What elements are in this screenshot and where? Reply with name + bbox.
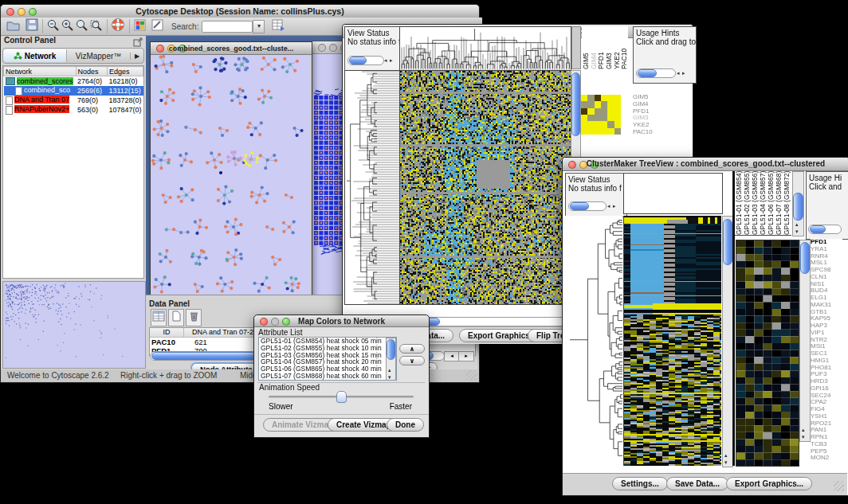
export-graphics-button[interactable]: Export Graphics... (726, 477, 812, 490)
matrix-cell[interactable] (595, 115, 601, 121)
tab-vizmapper[interactable]: VizMapper™ (67, 52, 130, 61)
col-header-nodes[interactable]: Nodes (76, 67, 107, 76)
main-title-bar[interactable]: Cytoscape Desktop (Session Name: collins… (1, 5, 479, 18)
zoom-heatmap-scrollbar[interactable]: ▴▾ (799, 240, 811, 442)
matrix-cell[interactable] (595, 101, 601, 107)
table-row-selected[interactable]: combined_sco 2569(6) 13112(15) (4, 86, 143, 96)
view-status-scrollbar[interactable] (568, 201, 607, 211)
matrix-cell[interactable] (587, 115, 594, 121)
import-table-icon[interactable] (271, 18, 286, 35)
table-row[interactable]: DNA and Tran 07 769(0) 183728(0) (4, 96, 143, 105)
matrix-cell[interactable] (607, 121, 614, 127)
search-dropdown-icon[interactable]: ▾ (253, 20, 265, 33)
matrix-cell[interactable] (601, 115, 607, 121)
new-attribute-icon[interactable] (168, 309, 184, 326)
attribute-list-item[interactable]: GPL51-07 (GSM868) heat shock 60 min (261, 373, 396, 380)
matrix-cell[interactable] (601, 108, 607, 115)
row-dendrogram[interactable] (565, 216, 622, 466)
matrix-cell[interactable] (607, 108, 614, 115)
zoom-selected-icon[interactable] (89, 18, 104, 35)
matrix-cell[interactable] (581, 121, 587, 127)
table-row[interactable]: RNAPuberNov2+ 563(0) 107847(0) (4, 105, 143, 115)
help-lifering-icon[interactable] (111, 18, 126, 35)
matrix-cell[interactable] (581, 128, 587, 135)
column-dendrogram-area[interactable] (623, 173, 723, 214)
float-panel-icon[interactable] (133, 36, 143, 47)
matrix-cell[interactable] (595, 121, 601, 127)
matrix-cell[interactable] (614, 95, 621, 101)
attribute-listbox[interactable]: GPL51-01 (GSM854) heat shock 05 minGPL51… (258, 337, 397, 381)
window-minimize-icon[interactable] (329, 44, 337, 52)
matrix-cell[interactable] (595, 108, 601, 115)
listbox-scrollbar[interactable]: ▴▾ (386, 338, 396, 381)
dialog-title-bar[interactable]: Map Colors to Network (254, 315, 429, 327)
matrix-cell[interactable] (595, 95, 601, 101)
network-canvas[interactable] (151, 55, 310, 295)
move-down-button[interactable]: ∨ (399, 356, 425, 365)
column-dendrogram[interactable] (399, 26, 571, 71)
matrix-cell[interactable] (614, 108, 621, 115)
matrix-cell[interactable] (581, 108, 587, 115)
matrix-cell[interactable] (614, 121, 621, 127)
matrix-cell[interactable] (607, 128, 614, 135)
matrix-cell[interactable] (581, 115, 587, 121)
tab-network[interactable]: Network (3, 49, 67, 62)
global-heatmap[interactable] (623, 216, 721, 466)
table-row[interactable]: combined_scores 2764(0) 16218(0) (4, 76, 143, 87)
zoom-heatmap[interactable] (736, 240, 799, 467)
zoomview-col-scrollbar[interactable]: ▴▾ (792, 171, 804, 236)
vizmapper-icon[interactable] (133, 18, 147, 35)
global-heatmap[interactable] (399, 70, 571, 305)
move-up-button[interactable]: ∧ (399, 344, 425, 354)
matrix-cell[interactable] (607, 101, 614, 107)
matrix-cell[interactable] (587, 108, 594, 115)
col-header-network[interactable]: Network (4, 67, 77, 76)
settings-button[interactable]: Settings... (612, 477, 668, 490)
matrix-cell[interactable] (601, 95, 607, 101)
speed-slider-thumb[interactable] (336, 391, 347, 403)
tab-more-arrow[interactable]: ▶ (130, 53, 143, 60)
matrix-cell[interactable] (595, 128, 601, 135)
matrix-cell[interactable] (614, 115, 621, 121)
matrix-cell[interactable] (607, 95, 614, 101)
search-input[interactable] (202, 21, 253, 33)
attribute-table-icon[interactable] (151, 309, 167, 326)
network-window-1[interactable]: combined_scores_good.txt--cluste... (150, 41, 312, 295)
scroll-left-icon[interactable]: ◂ (444, 351, 460, 361)
zoom-out-icon[interactable] (46, 18, 61, 35)
matrix-cell[interactable] (614, 101, 621, 107)
zoom-matrix[interactable] (581, 95, 621, 135)
annotation-icon[interactable] (151, 18, 165, 35)
matrix-cell[interactable] (581, 95, 587, 101)
col-header-id[interactable]: ID (150, 328, 184, 337)
matrix-cell[interactable] (587, 95, 594, 101)
resize-grip[interactable] (834, 481, 844, 491)
matrix-cell[interactable] (587, 121, 594, 127)
zoom-fit-icon[interactable] (75, 18, 89, 35)
open-file-icon[interactable] (6, 18, 21, 35)
matrix-cell[interactable] (587, 128, 594, 135)
save-data-button[interactable]: Save Data... (666, 477, 728, 490)
col-header-edges[interactable]: Edges (107, 67, 143, 76)
zoom-in-icon[interactable] (61, 18, 75, 35)
matrix-cell[interactable] (614, 128, 621, 135)
birdseye-view[interactable] (3, 282, 143, 366)
treeview2-title-bar[interactable]: ClusterMaker TreeView : combined_scores_… (563, 158, 848, 171)
usage-hints-scrollbar[interactable] (808, 225, 842, 234)
matrix-cell[interactable] (587, 101, 594, 107)
scroll-right-icon[interactable]: ▸ (458, 351, 474, 361)
matrix-cell[interactable] (601, 121, 607, 127)
matrix-cell[interactable] (581, 101, 587, 107)
window-close-icon[interactable] (318, 44, 326, 52)
resize-grip[interactable] (466, 370, 477, 381)
row-dendrogram[interactable] (344, 70, 400, 305)
usage-hints-scrollbar[interactable] (636, 68, 676, 78)
matrix-cell[interactable] (601, 101, 607, 107)
matrix-cell[interactable] (607, 115, 614, 121)
done-button[interactable]: Done (387, 418, 424, 432)
save-icon[interactable] (26, 18, 39, 35)
view-status-scrollbar[interactable] (347, 56, 384, 65)
matrix-cell[interactable] (601, 128, 607, 135)
heatmap-vscrollbar[interactable]: ▴▾ (722, 216, 733, 467)
delete-attribute-icon[interactable] (186, 309, 202, 326)
